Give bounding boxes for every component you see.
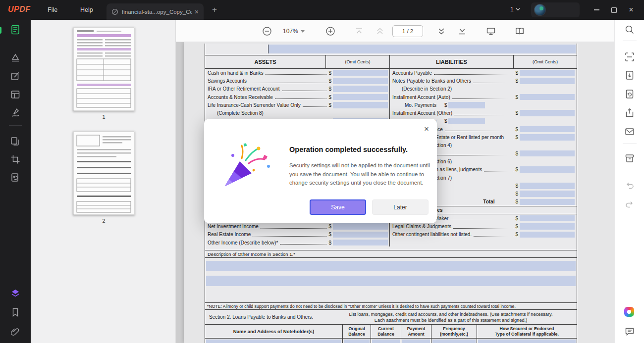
edit-pdf-tool-icon[interactable] (10, 71, 21, 82)
page-number-input[interactable]: 1 / 2 (392, 25, 423, 37)
noteholder-header-cell: Name and Address of Noteholder(s) (205, 325, 342, 338)
attachments-panel-icon[interactable] (10, 326, 21, 337)
feedback-chat-icon[interactable] (624, 326, 635, 337)
previous-page-button[interactable] (374, 25, 386, 37)
page-1-thumbnail[interactable] (73, 27, 135, 111)
bookmarks-panel-icon[interactable] (10, 307, 21, 318)
chevron-down-icon (301, 30, 305, 33)
liabilities-header: LIABILITIES (389, 55, 513, 68)
chevron-down-icon (516, 8, 520, 11)
form-row (390, 239, 576, 246)
form-field[interactable] (268, 45, 576, 53)
noteholder-header-cell: PaymentAmount (401, 325, 431, 338)
search-icon[interactable] (624, 24, 635, 35)
reading-mode-button[interactable] (514, 25, 526, 37)
account-area[interactable] (531, 2, 580, 17)
form-field[interactable] (520, 70, 575, 76)
form-field[interactable] (520, 94, 575, 100)
form-field[interactable] (372, 340, 400, 343)
form-field[interactable] (432, 340, 476, 343)
reader-tool-icon[interactable] (10, 24, 21, 35)
noteholder-header-cell: Frequency(monthly,etc.) (431, 325, 477, 338)
window-close-button[interactable]: × (627, 6, 635, 14)
menu-file[interactable]: File (41, 0, 64, 20)
dialog-title: Operation completed successfully. (289, 146, 408, 153)
form-field[interactable] (402, 340, 430, 343)
sign-tool-icon[interactable] (10, 107, 21, 118)
dialog-close-icon[interactable]: × (424, 125, 429, 133)
presentation-mode-button[interactable] (485, 25, 497, 37)
operation-completed-dialog: × Operation completed successfully. Secu… (204, 119, 437, 223)
new-tab-button[interactable]: + (212, 5, 217, 15)
window-minimize-button[interactable] (592, 6, 600, 14)
redo-icon[interactable] (624, 199, 635, 210)
form-field[interactable] (520, 215, 575, 222)
crop-pages-tool-icon[interactable] (10, 154, 21, 165)
form-tool-icon[interactable] (10, 89, 21, 100)
convert-pdf-icon[interactable] (624, 89, 635, 99)
window-maximize-button[interactable] (610, 6, 618, 14)
form-field[interactable] (520, 126, 575, 133)
zoom-in-button[interactable] (324, 25, 336, 37)
updf-ai-icon[interactable] (624, 307, 635, 318)
menu-help[interactable]: Help (73, 0, 100, 20)
form-field[interactable] (520, 166, 575, 173)
form-field[interactable] (520, 232, 575, 238)
form-field[interactable] (520, 78, 575, 84)
form-field[interactable] (520, 223, 575, 230)
share-icon[interactable] (624, 107, 635, 118)
form-field[interactable] (333, 240, 388, 246)
form-field[interactable] (333, 232, 388, 238)
form-field[interactable] (333, 70, 388, 76)
later-button[interactable]: Later (372, 199, 429, 215)
form-row: Life Insurance-Cash Surrender Value Only… (205, 101, 389, 109)
noteholder-field-cell (431, 339, 477, 343)
form-field[interactable] (206, 340, 341, 343)
assets-header: ASSETS (205, 55, 325, 68)
form-field[interactable] (448, 102, 485, 108)
go-to-bottom-button[interactable] (456, 25, 468, 37)
tab-close-icon[interactable]: × (195, 8, 199, 16)
form-field[interactable] (333, 102, 388, 108)
zoom-level-dropdown[interactable]: 107% (283, 25, 305, 37)
form-field[interactable] (333, 78, 388, 84)
save-button[interactable]: Save (310, 199, 366, 215)
omit-cents-label: (Omit Cents) (325, 55, 389, 68)
form-field[interactable] (520, 183, 575, 189)
form-field[interactable] (206, 261, 576, 271)
rail-divider (623, 144, 637, 144)
form-field[interactable] (478, 340, 576, 343)
ocr-icon[interactable] (624, 51, 635, 62)
form-field[interactable] (520, 191, 575, 197)
form-row: (Complete Section 8) (205, 109, 389, 117)
form-field[interactable] (344, 340, 370, 343)
form-field[interactable] (520, 199, 575, 205)
zoom-out-button[interactable] (261, 25, 273, 37)
form-field[interactable] (333, 94, 388, 100)
noteholder-field-cell (401, 339, 431, 343)
organize-pages-tool-icon[interactable] (10, 136, 21, 147)
form-field[interactable] (333, 86, 388, 92)
form-field[interactable] (333, 223, 388, 230)
form-field[interactable] (520, 134, 575, 141)
form-field[interactable] (206, 276, 576, 286)
save-icon[interactable] (624, 153, 635, 164)
comment-tool-icon[interactable] (10, 52, 21, 63)
convert-tool-icon[interactable] (10, 172, 21, 183)
go-to-top-button[interactable] (353, 25, 365, 37)
next-page-button[interactable] (435, 25, 447, 37)
form-field[interactable] (448, 118, 485, 125)
compress-pdf-icon[interactable] (624, 70, 635, 81)
form-row: Mo. Payments$ (390, 101, 576, 109)
document-tab[interactable]: financial-sta...opy_Copy_Copy × (107, 3, 204, 20)
form-field[interactable] (520, 150, 575, 157)
undo-icon[interactable] (624, 180, 635, 191)
layers-panel-icon[interactable] (10, 288, 21, 299)
tab-title: financial-sta...opy_Copy_Copy (122, 9, 192, 15)
noteholder-table-fields (205, 339, 577, 343)
form-field[interactable] (520, 110, 575, 116)
email-icon[interactable] (624, 126, 635, 137)
document-count-dropdown[interactable]: 1 (510, 6, 520, 13)
section2-label: Section 2. Loans Payable to Banks and Ot… (205, 314, 325, 320)
page-2-thumbnail[interactable] (73, 131, 135, 215)
